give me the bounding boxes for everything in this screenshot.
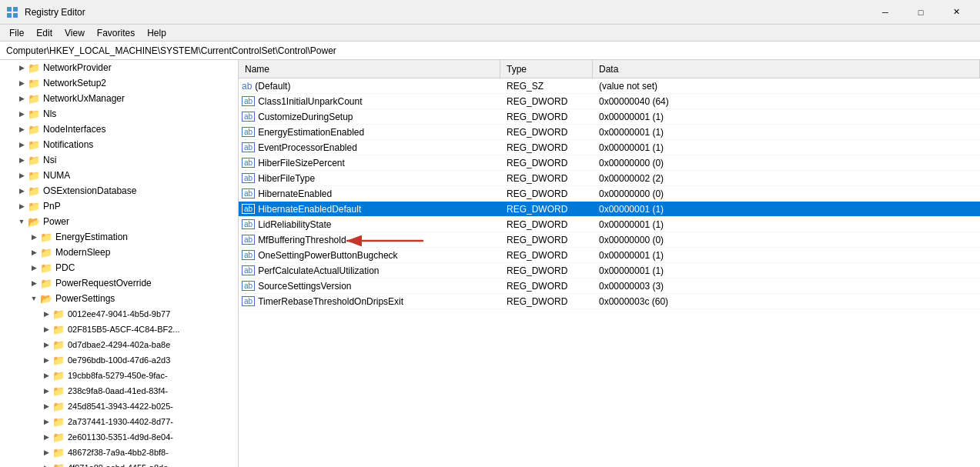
value-row-eventprocessorenabled[interactable]: ab EventProcessorEnabled REG_DWORD 0x000… bbox=[239, 140, 980, 155]
expander-icon: ▶ bbox=[28, 262, 40, 274]
tree-label: 245d8541-3943-4422-b025- bbox=[68, 402, 173, 411]
value-row-energyestimationenabled[interactable]: ab EnergyEstimationEnabled REG_DWORD 0x0… bbox=[239, 125, 980, 140]
tree-item-nls[interactable]: ▶ 📁 Nls bbox=[0, 106, 238, 122]
col-header-data[interactable]: Data bbox=[593, 60, 980, 78]
expander-icon: ▶ bbox=[28, 277, 40, 289]
tree-item-power[interactable]: ▼ 📂 Power bbox=[0, 214, 238, 229]
value-row-timerrebase[interactable]: ab TimerRebaseThresholdOnDripsExit REG_D… bbox=[239, 294, 980, 309]
expander-icon: ▶ bbox=[15, 62, 28, 74]
value-data: 0x00000003 (3) bbox=[593, 281, 980, 292]
title-bar-left: Registry Editor bbox=[6, 6, 85, 18]
tree-item-networkuxmanager[interactable]: ▶ 📁 NetworkUxManager bbox=[0, 91, 238, 106]
address-bar: Computer\HKEY_LOCAL_MACHINE\SYSTEM\Curre… bbox=[0, 42, 980, 60]
tree-item-notifications[interactable]: ▶ 📁 Notifications bbox=[0, 137, 238, 152]
menu-favorites[interactable]: Favorites bbox=[91, 26, 141, 40]
menu-edit[interactable]: Edit bbox=[30, 26, 59, 40]
maximize-button[interactable]: □ bbox=[903, 0, 938, 25]
tree-item-guid9[interactable]: ▶ 📁 2e601130-5351-4d9d-8e04- bbox=[0, 429, 238, 445]
value-row-hibernateenabled[interactable]: ab HibernateEnabled REG_DWORD 0x00000000… bbox=[239, 186, 980, 202]
value-name: ab EnergyEstimationEnabled bbox=[239, 127, 500, 138]
tree-item-modernsleep[interactable]: ▶ 📁 ModernSleep bbox=[0, 245, 238, 260]
value-row-onesettingpowerbuttonbugcheck[interactable]: ab OneSettingPowerButtonBugcheck REG_DWO… bbox=[239, 248, 980, 263]
tree-label: PowerSettings bbox=[55, 293, 115, 304]
expander-icon: ▶ bbox=[40, 462, 52, 467]
tree-item-pnp[interactable]: ▶ 📁 PnP bbox=[0, 198, 238, 214]
value-name: ab HibernateEnabledDefault bbox=[239, 204, 500, 215]
value-row-mfbufferingthreshold[interactable]: ab MfBufferingThreshold REG_DWORD 0x0000… bbox=[239, 232, 980, 248]
tree-item-guid2[interactable]: ▶ 📁 02F815B5-A5CF-4C84-BF2... bbox=[0, 322, 238, 337]
value-type: REG_DWORD bbox=[500, 173, 593, 184]
menu-help[interactable]: Help bbox=[141, 26, 172, 40]
folder-icon: 📁 bbox=[52, 462, 65, 467]
expander-icon: ▶ bbox=[40, 369, 52, 382]
folder-icon: 📁 bbox=[40, 262, 52, 274]
value-row-hiberfiletype[interactable]: ab HiberFileType REG_DWORD 0x00000002 (2… bbox=[239, 171, 980, 186]
tree-label: 0d7dbae2-4294-402a-ba8e bbox=[68, 340, 170, 349]
expander-icon: ▶ bbox=[28, 231, 40, 243]
value-row-hiberfilesizepercent[interactable]: ab HiberFileSizePercent REG_DWORD 0x0000… bbox=[239, 155, 980, 171]
tree-item-guid5[interactable]: ▶ 📁 19cbb8fa-5279-450e-9fac- bbox=[0, 368, 238, 383]
reg-dword-icon: ab bbox=[242, 142, 255, 152]
tree-item-numa[interactable]: ▶ 📁 NUMA bbox=[0, 168, 238, 183]
value-row-default[interactable]: ab (Default) REG_SZ (value not set) bbox=[239, 78, 980, 94]
tree-item-powerrequestoverride[interactable]: ▶ 📁 PowerRequestOverride bbox=[0, 275, 238, 291]
expander-icon: ▶ bbox=[15, 138, 28, 151]
tree-label: 4f971e89-eebd-4455-a8de- bbox=[68, 463, 171, 467]
tree-item-pdc[interactable]: ▶ 📁 PDC bbox=[0, 260, 238, 275]
value-row-perfcalculate[interactable]: ab PerfCalculateActualUtilization REG_DW… bbox=[239, 263, 980, 279]
tree-item-guid7[interactable]: ▶ 📁 245d8541-3943-4422-b025- bbox=[0, 399, 238, 414]
tree-item-nodeinterfaces[interactable]: ▶ 📁 NodeInterfaces bbox=[0, 122, 238, 137]
folder-icon: 📁 bbox=[52, 385, 65, 397]
expander-icon: ▶ bbox=[40, 385, 52, 397]
reg-dword-icon: ab bbox=[242, 281, 255, 291]
tree-item-powersettings[interactable]: ▼ 📂 PowerSettings bbox=[0, 291, 238, 306]
tree-item-guid6[interactable]: ▶ 📁 238c9fa8-0aad-41ed-83f4- bbox=[0, 383, 238, 399]
value-data: 0x00000001 (1) bbox=[593, 204, 980, 215]
value-name: ab HiberFileSizePercent bbox=[239, 158, 500, 168]
tree-item-guid3[interactable]: ▶ 📁 0d7dbae2-4294-402a-ba8e bbox=[0, 337, 238, 352]
value-type: REG_DWORD bbox=[500, 265, 593, 276]
value-row-hibernateenableddefault[interactable]: ab HibernateEnabledDefault REG_DWORD 0x0… bbox=[239, 202, 980, 217]
value-row-class1[interactable]: ab Class1InitialUnparkCount REG_DWORD 0x… bbox=[239, 94, 980, 109]
value-row-customizeduringsetup[interactable]: ab CustomizeDuringSetup REG_DWORD 0x0000… bbox=[239, 109, 980, 125]
close-button[interactable]: ✕ bbox=[938, 0, 974, 25]
tree-item-guid1[interactable]: ▶ 📁 0012ee47-9041-4b5d-9b77 bbox=[0, 306, 238, 322]
tree-item-guid4[interactable]: ▶ 📁 0e796bdb-100d-47d6-a2d3 bbox=[0, 352, 238, 368]
value-name: ab HibernateEnabled bbox=[239, 188, 500, 199]
tree-item-networksetup2[interactable]: ▶ 📁 NetworkSetup2 bbox=[0, 75, 238, 91]
col-header-name[interactable]: Name bbox=[239, 60, 500, 78]
expander-icon: ▼ bbox=[28, 292, 40, 305]
value-type: REG_DWORD bbox=[500, 188, 593, 199]
tree-item-networkprovider[interactable]: ▶ 📁 NetworkProvider bbox=[0, 60, 238, 75]
tree-label: 19cbb8fa-5279-450e-9fac- bbox=[68, 371, 168, 380]
col-header-type[interactable]: Type bbox=[500, 60, 593, 78]
value-type: REG_DWORD bbox=[500, 112, 593, 122]
reg-dword-icon: ab bbox=[242, 96, 255, 106]
menu-view[interactable]: View bbox=[59, 26, 91, 40]
value-name: ab TimerRebaseThresholdOnDripsExit bbox=[239, 296, 500, 307]
value-name: ab OneSettingPowerButtonBugcheck bbox=[239, 250, 500, 261]
value-data: 0x0000003c (60) bbox=[593, 296, 980, 307]
window-title: Registry Editor bbox=[25, 7, 85, 18]
tree-label: 2e601130-5351-4d9d-8e04- bbox=[68, 432, 173, 442]
tree-item-guid8[interactable]: ▶ 📁 2a737441-1930-4402-8d77- bbox=[0, 414, 238, 429]
tree-item-osextensiondb[interactable]: ▶ 📁 OSExtensionDatabase bbox=[0, 183, 238, 198]
tree-item-guid10[interactable]: ▶ 📁 48672f38-7a9a-4bb2-8bf8- bbox=[0, 445, 238, 460]
minimize-button[interactable]: ─ bbox=[868, 0, 903, 25]
folder-icon: 📁 bbox=[52, 369, 65, 382]
reg-sz-icon: ab bbox=[242, 81, 252, 92]
tree-item-nsi[interactable]: ▶ 📁 Nsi bbox=[0, 152, 238, 168]
menu-bar: File Edit View Favorites Help bbox=[0, 25, 980, 42]
value-name: ab PerfCalculateActualUtilization bbox=[239, 265, 500, 276]
value-name: ab EventProcessorEnabled bbox=[239, 142, 500, 153]
menu-file[interactable]: File bbox=[3, 26, 30, 40]
value-row-lidreliabilitystate[interactable]: ab LidReliabilityState REG_DWORD 0x00000… bbox=[239, 217, 980, 232]
tree-label: 0012ee47-9041-4b5d-9b77 bbox=[68, 309, 170, 319]
tree-item-guid11[interactable]: ▶ 📁 4f971e89-eebd-4455-a8de- bbox=[0, 460, 238, 467]
tree-item-energyestimation[interactable]: ▶ 📁 EnergyEstimation bbox=[0, 229, 238, 245]
folder-icon: 📁 bbox=[52, 431, 65, 443]
value-row-sourcesettingsversion[interactable]: ab SourceSettingsVersion REG_DWORD 0x000… bbox=[239, 279, 980, 294]
tree-label: NetworkSetup2 bbox=[43, 78, 106, 88]
reg-dword-icon: ab bbox=[242, 250, 255, 260]
tree-label: 0e796bdb-100d-47d6-a2d3 bbox=[68, 355, 170, 365]
